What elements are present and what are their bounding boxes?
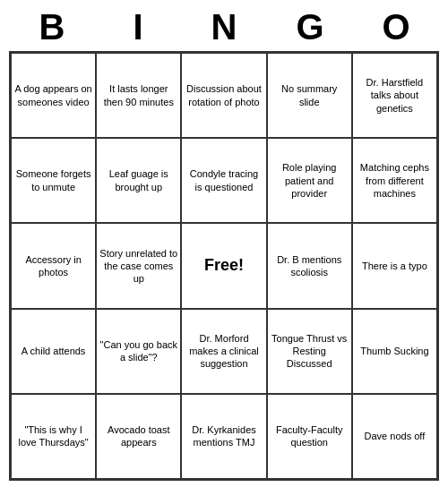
bingo-cell-0[interactable]: A dog appears on someones video [11,53,96,138]
bingo-cell-4[interactable]: Dr. Harstfield talks about genetics [352,53,437,138]
bingo-cell-24[interactable]: Dave nods off [352,394,437,479]
bingo-cell-8[interactable]: Role playing patient and provider [267,138,352,223]
bingo-cell-9[interactable]: Matching cephs from different machines [352,138,437,223]
bingo-cell-18[interactable]: Tongue Thrust vs Resting Discussed [267,309,352,394]
title-b: B [13,7,91,47]
title-o: O [357,7,435,47]
bingo-cell-21[interactable]: Avocado toast appears [96,394,181,479]
bingo-cell-3[interactable]: No summary slide [267,53,352,138]
bingo-cell-6[interactable]: Leaf guage is brought up [96,138,181,223]
title-n: N [185,7,263,47]
bingo-cell-13[interactable]: Dr. B mentions scoliosis [267,223,352,308]
bingo-cell-16[interactable]: "Can you go back a slide"? [96,309,181,394]
bingo-cell-5[interactable]: Someone forgets to unmute [11,138,96,223]
bingo-cell-22[interactable]: Dr. Kyrkanides mentions TMJ [181,394,266,479]
bingo-cell-2[interactable]: Discussion about rotation of photo [181,53,266,138]
bingo-cell-23[interactable]: Faculty-Faculty question [267,394,352,479]
bingo-cell-11[interactable]: Story unrelated to the case comes up [96,223,181,308]
bingo-cell-20[interactable]: "This is why I love Thursdays" [11,394,96,479]
bingo-cell-10[interactable]: Accessory in photos [11,223,96,308]
title-i: I [99,7,177,47]
bingo-cell-19[interactable]: Thumb Sucking [352,309,437,394]
bingo-cell-15[interactable]: A child attends [11,309,96,394]
bingo-grid: A dog appears on someones videoIt lasts … [9,51,439,481]
bingo-title: B I N G O [9,7,439,47]
bingo-cell-17[interactable]: Dr. Morford makes a clinical suggestion [181,309,266,394]
bingo-cell-7[interactable]: Condyle tracing is questioned [181,138,266,223]
bingo-cell-12[interactable]: Free! [181,223,266,308]
bingo-cell-1[interactable]: It lasts longer then 90 minutes [96,53,181,138]
title-g: G [271,7,349,47]
bingo-cell-14[interactable]: There is a typo [352,223,437,308]
